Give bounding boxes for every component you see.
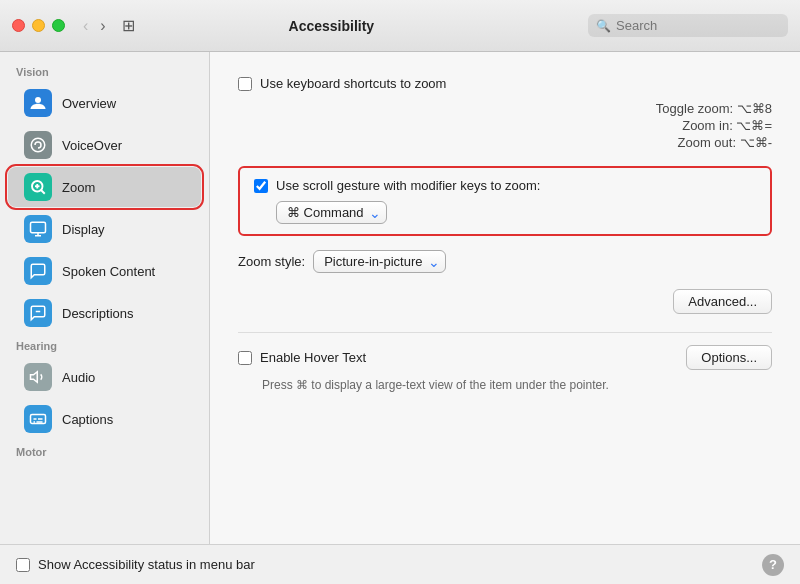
maximize-button[interactable]: [52, 19, 65, 32]
command-select-wrapper: ⌘ Command ^ Control ⌥ Option: [276, 201, 387, 224]
advanced-button-row: Advanced...: [238, 289, 772, 314]
hover-text-row: Enable Hover Text Options...: [238, 345, 772, 370]
zoom-in-shortcut: ⌥⌘=: [736, 118, 772, 133]
sidebar-item-display[interactable]: Display: [8, 209, 201, 249]
sidebar-item-spoken-content[interactable]: Spoken Content: [8, 251, 201, 291]
section-label-vision: Vision: [0, 60, 209, 82]
sidebar-item-label: VoiceOver: [62, 138, 122, 153]
zoom-out-label: Zoom out:: [678, 135, 737, 150]
zoom-style-row: Zoom style: Picture-in-picture Full Scre…: [238, 250, 772, 273]
sidebar-item-audio[interactable]: Audio: [8, 357, 201, 397]
sidebar-item-label: Audio: [62, 370, 95, 385]
window-title: Accessibility: [75, 18, 588, 34]
toggle-zoom-shortcut: ⌥⌘8: [737, 101, 772, 116]
section-label-hearing: Hearing: [0, 334, 209, 356]
svg-rect-6: [31, 222, 46, 233]
hover-text-label: Enable Hover Text: [260, 350, 366, 365]
sidebar-item-label: Display: [62, 222, 105, 237]
zoom-style-select[interactable]: Picture-in-picture Full Screen: [313, 250, 446, 273]
scroll-gesture-label: Use scroll gesture with modifier keys to…: [276, 178, 540, 193]
accessibility-status-checkbox[interactable]: [16, 558, 30, 572]
hover-text-checkbox[interactable]: [238, 351, 252, 365]
display-icon: [24, 215, 52, 243]
sidebar: Vision Overview VoiceOver Zoom Display: [0, 52, 210, 544]
keyboard-shortcuts-label: Use keyboard shortcuts to zoom: [260, 76, 446, 91]
sidebar-item-label: Spoken Content: [62, 264, 155, 279]
zoom-style-label: Zoom style:: [238, 254, 305, 269]
sidebar-item-overview[interactable]: Overview: [8, 83, 201, 123]
svg-point-0: [35, 97, 41, 103]
sidebar-item-label: Overview: [62, 96, 116, 111]
main-content: Vision Overview VoiceOver Zoom Display: [0, 52, 800, 544]
zoom-in-line: Zoom in: ⌥⌘=: [262, 118, 772, 133]
section-label-motor: Motor: [0, 440, 209, 462]
sidebar-item-zoom[interactable]: Zoom: [8, 167, 201, 207]
toggle-zoom-label: Toggle zoom:: [656, 101, 733, 116]
help-button[interactable]: ?: [762, 554, 784, 576]
sidebar-item-captions[interactable]: Captions: [8, 399, 201, 439]
command-dropdown-row: ⌘ Command ^ Control ⌥ Option: [276, 201, 756, 224]
keyboard-shortcuts-checkbox[interactable]: [238, 77, 252, 91]
minimize-button[interactable]: [32, 19, 45, 32]
options-button-container: Options...: [686, 345, 772, 370]
overview-icon: [24, 89, 52, 117]
sidebar-item-descriptions[interactable]: Descriptions: [8, 293, 201, 333]
detail-panel: Use keyboard shortcuts to zoom Toggle zo…: [210, 52, 800, 544]
scroll-gesture-row: Use scroll gesture with modifier keys to…: [254, 178, 756, 193]
command-select[interactable]: ⌘ Command ^ Control ⌥ Option: [276, 201, 387, 224]
sidebar-item-voiceover[interactable]: VoiceOver: [8, 125, 201, 165]
zoom-out-shortcut: ⌥⌘-: [740, 135, 772, 150]
sidebar-item-label: Captions: [62, 412, 113, 427]
scroll-gesture-checkbox[interactable]: [254, 179, 268, 193]
advanced-button[interactable]: Advanced...: [673, 289, 772, 314]
voiceover-icon: [24, 131, 52, 159]
options-button[interactable]: Options...: [686, 345, 772, 370]
search-input[interactable]: [616, 18, 780, 33]
close-button[interactable]: [12, 19, 25, 32]
zoom-icon: [24, 173, 52, 201]
svg-point-1: [31, 138, 45, 152]
audio-icon: [24, 363, 52, 391]
search-box: 🔍: [588, 14, 788, 37]
scroll-gesture-section: Use scroll gesture with modifier keys to…: [238, 166, 772, 236]
zoom-in-label: Zoom in:: [682, 118, 733, 133]
divider: [238, 332, 772, 333]
sidebar-item-label: Descriptions: [62, 306, 134, 321]
zoom-out-line: Zoom out: ⌥⌘-: [262, 135, 772, 150]
hover-text-desc: Press ⌘ to display a large-text view of …: [262, 378, 772, 392]
traffic-lights: [12, 19, 65, 32]
toggle-zoom-line: Toggle zoom: ⌥⌘8: [262, 101, 772, 116]
accessibility-status-label: Show Accessibility status in menu bar: [38, 557, 255, 572]
descriptions-icon: [24, 299, 52, 327]
titlebar: ‹ › ⊞ Accessibility 🔍: [0, 0, 800, 52]
bottom-bar: Show Accessibility status in menu bar ?: [0, 544, 800, 584]
search-icon: 🔍: [596, 19, 611, 33]
captions-icon: [24, 405, 52, 433]
shortcut-group: Toggle zoom: ⌥⌘8 Zoom in: ⌥⌘= Zoom out: …: [262, 101, 772, 150]
zoom-style-select-wrapper: Picture-in-picture Full Screen: [313, 250, 446, 273]
svg-marker-8: [31, 372, 38, 383]
svg-line-3: [41, 190, 45, 194]
spoken-content-icon: [24, 257, 52, 285]
keyboard-shortcuts-row: Use keyboard shortcuts to zoom: [238, 76, 772, 91]
sidebar-item-label: Zoom: [62, 180, 95, 195]
